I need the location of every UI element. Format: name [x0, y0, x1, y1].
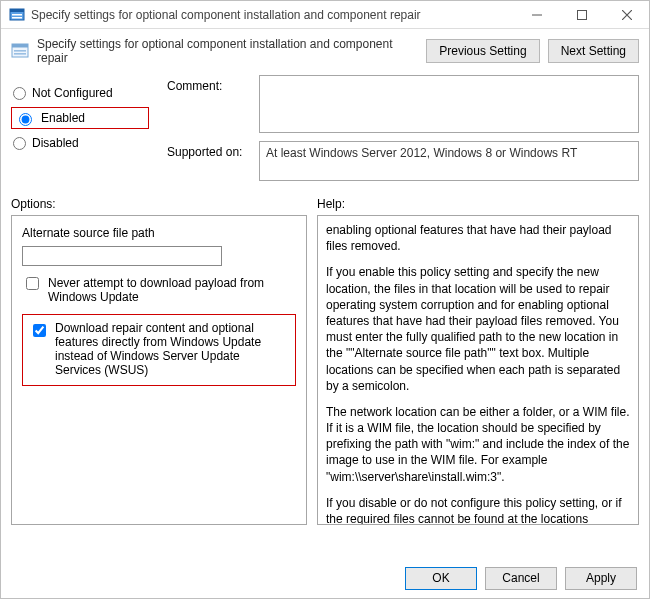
never-download-label: Never attempt to download payload from W…: [48, 276, 296, 304]
dialog-footer: OK Cancel Apply: [1, 558, 649, 598]
help-paragraph: If you enable this policy setting and sp…: [326, 264, 630, 394]
supported-on-label: Supported on:: [167, 141, 249, 159]
minimize-button[interactable]: [514, 1, 559, 29]
svg-rect-6: [12, 44, 28, 48]
radio-enabled-label: Enabled: [41, 111, 85, 125]
help-paragraph: enabling optional features that have had…: [326, 222, 630, 254]
direct-wu-checkbox-row[interactable]: Download repair content and optional fea…: [22, 314, 296, 386]
radio-disabled[interactable]: Disabled: [11, 131, 149, 155]
cancel-button[interactable]: Cancel: [485, 567, 557, 590]
svg-rect-3: [12, 17, 22, 19]
radio-not-configured-label: Not Configured: [32, 86, 113, 100]
svg-rect-8: [14, 53, 26, 55]
header-row: Specify settings for optional component …: [1, 29, 649, 75]
radio-disabled-input[interactable]: [13, 137, 26, 150]
help-paragraph: If you disable or do not configure this …: [326, 495, 630, 525]
close-button[interactable]: [604, 1, 649, 29]
svg-rect-7: [14, 50, 26, 52]
svg-rect-4: [577, 10, 586, 19]
comment-label: Comment:: [167, 75, 249, 93]
options-section-label: Options:: [11, 197, 317, 211]
never-download-checkbox[interactable]: [26, 277, 39, 290]
alt-source-path-label: Alternate source file path: [22, 226, 296, 240]
radio-not-configured[interactable]: Not Configured: [11, 81, 149, 105]
svg-rect-2: [12, 14, 22, 16]
comment-textarea[interactable]: [259, 75, 639, 133]
svg-rect-1: [10, 9, 24, 12]
radio-enabled[interactable]: Enabled: [11, 107, 149, 129]
policy-icon: [11, 42, 29, 60]
help-panel[interactable]: enabling optional features that have had…: [317, 215, 639, 525]
radio-enabled-input[interactable]: [19, 113, 32, 126]
radio-not-configured-input[interactable]: [13, 87, 26, 100]
next-setting-button[interactable]: Next Setting: [548, 39, 639, 63]
previous-setting-button[interactable]: Previous Setting: [426, 39, 539, 63]
ok-button[interactable]: OK: [405, 567, 477, 590]
never-download-checkbox-row[interactable]: Never attempt to download payload from W…: [22, 276, 296, 304]
window-title: Specify settings for optional component …: [31, 8, 514, 22]
help-section-label: Help:: [317, 197, 639, 211]
titlebar: Specify settings for optional component …: [1, 1, 649, 29]
maximize-button[interactable]: [559, 1, 604, 29]
help-paragraph: The network location can be either a fol…: [326, 404, 630, 485]
state-radio-group: Not Configured Enabled Disabled: [11, 75, 149, 189]
app-icon: [9, 7, 25, 23]
supported-on-text: At least Windows Server 2012, Windows 8 …: [259, 141, 639, 181]
direct-wu-label: Download repair content and optional fea…: [55, 321, 287, 377]
options-panel: Alternate source file path Never attempt…: [11, 215, 307, 525]
alt-source-path-input[interactable]: [22, 246, 222, 266]
apply-button[interactable]: Apply: [565, 567, 637, 590]
direct-wu-checkbox[interactable]: [33, 324, 46, 337]
radio-disabled-label: Disabled: [32, 136, 79, 150]
page-title: Specify settings for optional component …: [37, 37, 418, 65]
